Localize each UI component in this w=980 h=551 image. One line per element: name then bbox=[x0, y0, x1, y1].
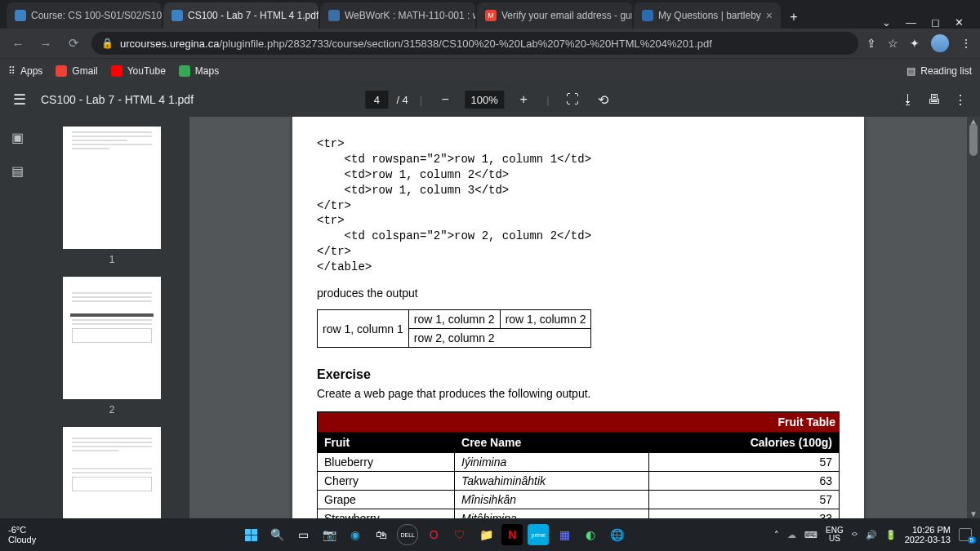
onedrive-icon[interactable]: ☁ bbox=[787, 530, 796, 540]
opera-icon[interactable]: O bbox=[423, 524, 444, 545]
fit-page-icon[interactable]: ⛶ bbox=[561, 88, 584, 111]
bookmarks-bar: ⠿Apps Gmail YouTube Maps ▤Reading list bbox=[0, 58, 980, 82]
zoom-input[interactable] bbox=[465, 91, 504, 109]
close-icon[interactable]: × bbox=[766, 9, 773, 22]
extensions-icon[interactable]: ✦ bbox=[910, 37, 920, 50]
table-row: GrapeMînisihkân57 bbox=[318, 491, 840, 509]
reading-list-button[interactable]: ▤Reading list bbox=[906, 65, 972, 77]
thumbnails-icon[interactable]: ▣ bbox=[9, 130, 25, 145]
thumbnail-1[interactable] bbox=[63, 127, 161, 249]
thumbnail-3[interactable] bbox=[63, 427, 161, 518]
forward-button[interactable]: → bbox=[36, 37, 56, 51]
store-icon[interactable]: 🛍 bbox=[371, 524, 392, 545]
output-table: row 1, column 1row 1, column 2row 1, col… bbox=[317, 309, 591, 348]
page-total: / 4 bbox=[396, 94, 408, 106]
rotate-icon[interactable]: ⟲ bbox=[592, 88, 615, 111]
lock-icon: 🔒 bbox=[101, 38, 114, 49]
clock[interactable]: 10:26 PM2022-03-13 bbox=[905, 525, 951, 544]
prime-icon[interactable]: prime bbox=[528, 524, 549, 545]
search-icon[interactable]: 🔍 bbox=[266, 524, 287, 545]
table-row: CherryTakwahiminâhtik63 bbox=[318, 472, 840, 491]
new-tab-button[interactable]: + bbox=[782, 6, 805, 29]
profile-avatar[interactable] bbox=[931, 34, 949, 52]
exercise-heading: Exercise bbox=[317, 367, 840, 382]
pdf-toolbar: ☰ CS100 - Lab 7 - HTML 4 1.pdf / 4 | − +… bbox=[0, 82, 980, 117]
weather-widget[interactable]: -6°C Cloudy bbox=[8, 525, 36, 544]
download-icon[interactable]: ⭳ bbox=[902, 92, 915, 108]
tab-bartleby[interactable]: My Questions | bartleby× bbox=[634, 2, 781, 29]
taskbar: -6°C Cloudy 🔍 ▭ 📷 ◉ 🛍 DELL O 🛡 📁 N prime… bbox=[0, 518, 980, 551]
tab-verify-email[interactable]: MVerify your email address - gurn× bbox=[477, 2, 632, 29]
bookmark-youtube[interactable]: YouTube bbox=[111, 65, 166, 77]
table-row: StrawberryMitêhimina33 bbox=[318, 509, 840, 518]
bookmark-gmail[interactable]: Gmail bbox=[56, 65, 97, 77]
back-button[interactable]: ← bbox=[8, 37, 28, 51]
minimize-icon[interactable]: — bbox=[906, 16, 916, 29]
bookmark-maps[interactable]: Maps bbox=[179, 65, 219, 77]
page-input[interactable] bbox=[365, 91, 388, 109]
produces-text: produces the output bbox=[317, 287, 840, 300]
tab-pdf[interactable]: CS100 - Lab 7 - HTML 4 1.pdf× bbox=[163, 2, 318, 29]
volume-icon[interactable]: 🔊 bbox=[866, 530, 877, 540]
zoom-out-button[interactable]: − bbox=[434, 88, 457, 111]
chrome-icon[interactable]: 🌐 bbox=[606, 524, 627, 545]
exercise-text: Create a web page that produces the foll… bbox=[317, 387, 840, 400]
dell-icon[interactable]: DELL bbox=[397, 524, 418, 545]
outline-icon[interactable]: ▤ bbox=[9, 163, 25, 179]
wifi-icon[interactable]: ⌔ bbox=[852, 530, 858, 540]
reload-button[interactable]: ⟳ bbox=[64, 36, 83, 51]
pdf-viewer: ▣ ▤ 1 2 3 4 <tr> <td rowspan="2">row 1, … bbox=[0, 117, 980, 518]
address-bar: ← → ⟳ 🔒 urcourses.uregina.ca/pluginfile.… bbox=[0, 29, 980, 58]
list-icon: ▤ bbox=[906, 65, 915, 77]
notifications-icon[interactable] bbox=[959, 528, 972, 541]
pdf-page: <tr> <td rowspan="2">row 1, column 1</td… bbox=[292, 117, 864, 518]
battery-icon[interactable]: 🔋 bbox=[885, 530, 897, 540]
start-button[interactable] bbox=[240, 524, 261, 545]
close-window-icon[interactable]: ✕ bbox=[955, 16, 964, 29]
more-icon[interactable]: ⋮ bbox=[954, 92, 967, 108]
tab-course[interactable]: Course: CS 100-S01/S02/S10 (W× bbox=[7, 2, 162, 29]
netflix-icon[interactable]: N bbox=[501, 524, 523, 545]
chevron-up-icon[interactable]: ˄ bbox=[774, 530, 779, 540]
pdf-title: CS100 - Lab 7 - HTML 4 1.pdf bbox=[41, 93, 194, 106]
mcafee-icon[interactable]: 🛡 bbox=[449, 524, 470, 545]
keyboard-icon[interactable]: ⌨ bbox=[804, 530, 817, 540]
fruit-table: Fruit Table FruitCree NameCalories (100g… bbox=[317, 411, 840, 518]
print-icon[interactable]: 🖶 bbox=[928, 92, 941, 108]
star-icon[interactable]: ☆ bbox=[888, 37, 898, 50]
language-switcher[interactable]: ENGUS bbox=[826, 527, 844, 543]
url-input[interactable]: 🔒 urcourses.uregina.ca/pluginfile.php/28… bbox=[91, 32, 858, 55]
app-icon[interactable]: ▦ bbox=[554, 524, 575, 545]
apps-button[interactable]: ⠿Apps bbox=[8, 65, 42, 77]
share-icon[interactable]: ⇪ bbox=[866, 37, 876, 50]
page-area[interactable]: <tr> <td rowspan="2">row 1, column 1</td… bbox=[189, 117, 967, 518]
thumbnail-2[interactable] bbox=[63, 277, 161, 399]
edge-icon[interactable]: ◉ bbox=[345, 524, 366, 545]
tab-webwork[interactable]: WeBWorK : MATH-110-001 : wee× bbox=[320, 2, 475, 29]
menu-icon[interactable]: ☰ bbox=[13, 91, 26, 109]
explorer-icon[interactable]: 📁 bbox=[475, 524, 497, 545]
scrollbar[interactable]: ▲ ▼ bbox=[967, 117, 980, 518]
chevron-down-icon[interactable]: ⌄ bbox=[882, 16, 891, 29]
table-row: BlueberryIýinimina57 bbox=[318, 453, 840, 472]
kebab-menu-icon[interactable]: ⋮ bbox=[960, 37, 972, 50]
camera-icon[interactable]: 📷 bbox=[318, 524, 340, 545]
left-rail: ▣ ▤ bbox=[0, 117, 34, 518]
apps-grid-icon: ⠿ bbox=[8, 65, 16, 77]
code-block: <tr> <td rowspan="2">row 1, column 1</td… bbox=[317, 136, 840, 275]
maximize-icon[interactable]: ◻ bbox=[931, 16, 940, 29]
thumbnail-panel[interactable]: 1 2 3 4 bbox=[34, 117, 189, 518]
zoom-in-button[interactable]: + bbox=[512, 88, 535, 111]
app-icon-2[interactable]: ◐ bbox=[580, 524, 601, 545]
task-view-icon[interactable]: ▭ bbox=[292, 524, 314, 545]
browser-tab-strip: Course: CS 100-S01/S02/S10 (W× CS100 - L… bbox=[0, 0, 980, 29]
